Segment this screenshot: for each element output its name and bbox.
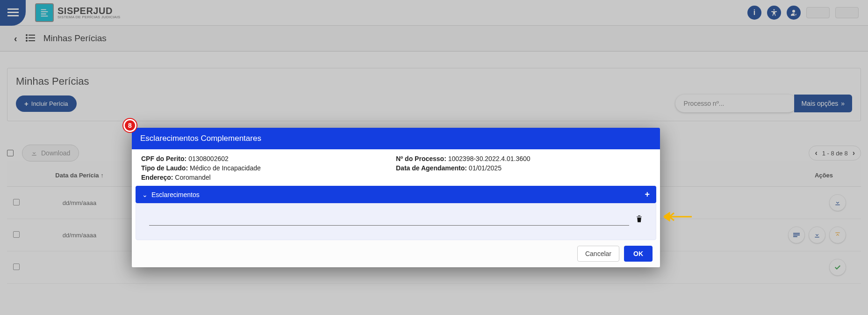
topbar-extra-1[interactable] — [806, 7, 830, 18]
svg-rect-1 — [7, 12, 19, 13]
svg-rect-0 — [7, 8, 19, 10]
processo-label: Nº do Processo: — [396, 155, 446, 162]
brand-logo-icon — [35, 3, 54, 22]
page-prev-button[interactable]: ‹ — [815, 149, 817, 157]
delete-esclarecimento-button[interactable] — [636, 215, 643, 225]
row-checkbox[interactable] — [13, 264, 20, 270]
more-options-button[interactable]: Mais opções » — [794, 95, 852, 112]
user-icon[interactable] — [787, 6, 801, 20]
cancel-button[interactable]: Cancelar — [577, 246, 619, 262]
row-date: dd/mm/aaaa — [26, 219, 133, 251]
svg-rect-13 — [793, 234, 800, 235]
download-icon — [834, 199, 841, 206]
brand-subtitle: SISTEMA DE PERÍCIAS JUDICIAIS — [57, 15, 120, 19]
check-icon — [834, 264, 841, 270]
row-action-upload[interactable] — [829, 227, 846, 243]
data-agendamento-label: Data de Agendamento: — [396, 164, 467, 172]
svg-rect-11 — [29, 40, 35, 41]
svg-point-4 — [792, 10, 795, 13]
include-pericia-label: Incluir Perícia — [31, 100, 68, 107]
include-pericia-button[interactable]: + Incluir Perícia — [16, 95, 77, 112]
esclarecimentos-modal: Esclarecimentos Complementares CPF do Pe… — [132, 128, 660, 267]
processo-value: 1002398-30.2022.4.01.3600 — [448, 155, 531, 162]
modal-footer: Cancelar OK — [132, 240, 660, 267]
tipo-laudo-label: Tipo de Laudo: — [141, 164, 188, 172]
row-action-download[interactable] — [809, 227, 825, 243]
trash-icon — [636, 215, 643, 223]
cpf-label: CPF do Perito: — [141, 155, 187, 162]
chevron-down-icon: ⌄ — [142, 191, 148, 198]
topbar: SISPERJUD SISTEMA DE PERÍCIAS JUDICIAIS … — [0, 0, 868, 26]
info-icon[interactable]: i — [747, 6, 761, 20]
data-agendamento-value: 01/01/2025 — [469, 164, 502, 172]
row-date — [26, 251, 133, 284]
pointer-arrow-annotation — [664, 212, 692, 222]
topbar-extra-2[interactable] — [835, 7, 859, 18]
chevron-right-icon: » — [841, 100, 845, 107]
brand: SISPERJUD SISTEMA DE PERÍCIAS JUDICIAIS — [35, 3, 120, 22]
svg-point-6 — [26, 34, 28, 36]
download-icon — [31, 150, 37, 156]
tipo-laudo-value: Médico de Incapacidade — [190, 164, 261, 172]
download-button[interactable]: Download — [22, 145, 79, 161]
svg-point-10 — [26, 40, 28, 42]
endereco-value: Coromandel — [175, 174, 210, 181]
page-next-button[interactable]: › — [853, 149, 855, 157]
section-body — [136, 203, 656, 240]
svg-rect-2 — [7, 15, 19, 16]
plus-icon: + — [24, 100, 29, 108]
row-checkbox[interactable] — [13, 199, 20, 205]
hamburger-icon — [7, 8, 19, 17]
section-title: Esclarecimentos — [151, 191, 200, 198]
cpf-value: 01308002602 — [188, 155, 229, 162]
download-label: Download — [41, 149, 70, 157]
upload-icon — [834, 232, 841, 238]
add-esclarecimento-button[interactable]: + — [645, 190, 650, 199]
accessibility-icon[interactable] — [767, 6, 781, 20]
more-options-label: Mais opções — [802, 100, 839, 107]
esclarecimento-input[interactable] — [149, 214, 629, 226]
esclarecimentos-section: ⌄ Esclarecimentos + — [136, 186, 656, 240]
menu-toggle[interactable] — [0, 0, 26, 26]
brand-name: SISPERJUD — [57, 6, 120, 15]
list-view-icon[interactable] — [26, 33, 35, 44]
select-all-checkbox[interactable] — [7, 150, 14, 156]
card-title: Minhas Perícias — [16, 75, 852, 88]
step-marker: 8 — [123, 119, 136, 132]
notes-icon — [793, 233, 800, 237]
row-action-download[interactable] — [829, 194, 846, 211]
modal-title: Esclarecimentos Complementares — [132, 128, 660, 149]
sort-asc-icon: ↑ — [100, 172, 104, 179]
row-action-confirm[interactable] — [829, 259, 846, 276]
col-actions-header: Ações — [815, 172, 833, 179]
svg-point-3 — [774, 9, 775, 11]
ok-button[interactable]: OK — [624, 246, 653, 262]
row-checkbox[interactable] — [13, 231, 20, 238]
page-breadcrumb-title: Minhas Perícias — [43, 33, 107, 44]
modal-info-grid: CPF do Perito: 01308002602 Nº do Process… — [132, 149, 660, 186]
download-icon — [814, 232, 820, 238]
back-button[interactable]: ‹ — [14, 33, 17, 44]
svg-rect-14 — [793, 236, 797, 237]
main-card: Minhas Perícias + Incluir Perícia Mais o… — [7, 68, 861, 121]
endereco-label: Endereço: — [141, 174, 173, 181]
svg-point-8 — [26, 37, 28, 39]
pagination: ‹ 1 - 8 de 8 › — [809, 146, 861, 161]
row-action-notes[interactable] — [788, 227, 805, 243]
col-date-header[interactable]: Data da Perícia — [55, 172, 99, 179]
svg-rect-9 — [29, 37, 35, 38]
svg-rect-12 — [793, 233, 800, 234]
breadcrumb-bar: ‹ Minhas Perícias — [0, 26, 868, 51]
section-header[interactable]: ⌄ Esclarecimentos + — [136, 186, 656, 203]
process-search-input[interactable] — [675, 95, 797, 112]
page-range-label: 1 - 8 de 8 — [822, 150, 848, 157]
svg-rect-7 — [29, 35, 35, 36]
row-date: dd/mm/aaaa — [26, 187, 133, 219]
